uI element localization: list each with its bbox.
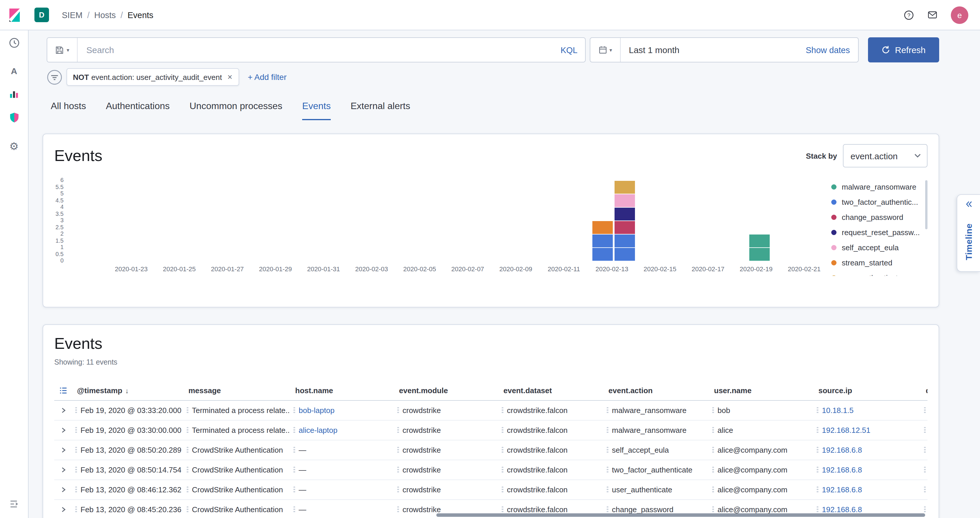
filter-pill[interactable]: NOT event.action: user_activity_audit_ev… bbox=[67, 68, 239, 86]
date-range-value[interactable]: Last 1 month bbox=[620, 45, 679, 55]
chart-bar[interactable] bbox=[749, 235, 770, 261]
add-filter-link[interactable]: + Add filter bbox=[248, 72, 286, 82]
columns-selector-button[interactable] bbox=[54, 386, 72, 395]
refresh-button[interactable]: Refresh bbox=[868, 37, 939, 62]
drag-handle-icon[interactable] bbox=[607, 466, 608, 474]
collapse-nav-button[interactable] bbox=[5, 495, 23, 513]
drag-handle-icon[interactable] bbox=[502, 486, 503, 493]
drag-handle-icon[interactable] bbox=[187, 466, 188, 474]
chart-bar[interactable] bbox=[614, 181, 635, 261]
drag-handle-icon[interactable] bbox=[293, 506, 295, 513]
drag-handle-icon[interactable] bbox=[712, 486, 714, 493]
legend-item[interactable]: stream_started bbox=[831, 255, 928, 270]
drag-handle-icon[interactable] bbox=[397, 407, 399, 414]
show-dates-link[interactable]: Show dates bbox=[806, 45, 858, 54]
tab-events[interactable]: Events bbox=[302, 101, 331, 120]
nav-siem-button[interactable] bbox=[5, 108, 23, 127]
drag-handle-icon[interactable] bbox=[187, 506, 188, 513]
drag-handle-icon[interactable] bbox=[75, 506, 77, 513]
drag-handle-icon[interactable] bbox=[712, 466, 714, 474]
drag-handle-icon[interactable] bbox=[924, 427, 926, 434]
nav-app-a-button[interactable]: A bbox=[5, 61, 23, 80]
drag-handle-icon[interactable] bbox=[293, 427, 295, 434]
cell-value[interactable]: 192.168.6.8 bbox=[822, 505, 862, 514]
drag-handle-icon[interactable] bbox=[712, 407, 714, 414]
column-header-message[interactable]: message bbox=[183, 386, 290, 395]
column-header-user-name[interactable]: user.name bbox=[709, 386, 813, 395]
expand-row-button[interactable] bbox=[54, 407, 72, 413]
table-scroll-container[interactable]: @timestamp↓messagehost.nameevent.modulee… bbox=[54, 380, 928, 518]
expand-row-button[interactable] bbox=[54, 486, 72, 493]
drag-handle-icon[interactable] bbox=[293, 466, 295, 474]
drag-handle-icon[interactable] bbox=[924, 446, 926, 454]
tab-uncommon-processes[interactable]: Uncommon processes bbox=[189, 101, 282, 120]
horizontal-scrollbar[interactable] bbox=[436, 513, 925, 517]
expand-row-button[interactable] bbox=[54, 506, 72, 513]
drag-handle-icon[interactable] bbox=[607, 407, 608, 414]
cell-value[interactable]: alice-laptop bbox=[299, 426, 337, 435]
legend-item[interactable]: change_password bbox=[831, 210, 928, 225]
legend-item[interactable]: user_authenticate bbox=[831, 270, 928, 276]
tab-external-alerts[interactable]: External alerts bbox=[351, 101, 410, 120]
drag-handle-icon[interactable] bbox=[397, 466, 399, 474]
drag-handle-icon[interactable] bbox=[817, 446, 818, 454]
cell-value[interactable]: 192.168.12.51 bbox=[822, 426, 870, 435]
drag-handle-icon[interactable] bbox=[293, 407, 295, 414]
timeline-flyout-toggle[interactable]: Timeline bbox=[957, 194, 980, 272]
drag-handle-icon[interactable] bbox=[502, 407, 503, 414]
drag-handle-icon[interactable] bbox=[75, 427, 77, 434]
drag-handle-icon[interactable] bbox=[817, 486, 818, 493]
chart-bar[interactable] bbox=[593, 221, 613, 261]
drag-handle-icon[interactable] bbox=[75, 486, 77, 493]
stack-by-select[interactable]: event.action bbox=[843, 144, 928, 167]
legend-item[interactable]: request_reset_passw... bbox=[831, 225, 928, 240]
drag-handle-icon[interactable] bbox=[502, 427, 503, 434]
drag-handle-icon[interactable] bbox=[817, 407, 818, 414]
date-quick-select-button[interactable]: ▾ bbox=[590, 38, 620, 62]
drag-handle-icon[interactable] bbox=[924, 407, 926, 414]
search-input[interactable] bbox=[85, 44, 561, 56]
column-header-event-module[interactable]: event.module bbox=[394, 386, 498, 395]
column-header-host-name[interactable]: host.name bbox=[290, 386, 394, 395]
drag-handle-icon[interactable] bbox=[924, 506, 926, 513]
filter-options-button[interactable] bbox=[47, 69, 62, 85]
deployment-badge[interactable]: D bbox=[34, 8, 49, 22]
drag-handle-icon[interactable] bbox=[817, 466, 818, 474]
drag-handle-icon[interactable] bbox=[607, 506, 608, 513]
drag-handle-icon[interactable] bbox=[187, 427, 188, 434]
drag-handle-icon[interactable] bbox=[187, 446, 188, 454]
drag-handle-icon[interactable] bbox=[502, 466, 503, 474]
drag-handle-icon[interactable] bbox=[502, 446, 503, 454]
drag-handle-icon[interactable] bbox=[397, 427, 399, 434]
drag-handle-icon[interactable] bbox=[607, 427, 608, 434]
drag-handle-icon[interactable] bbox=[397, 506, 399, 513]
drag-handle-icon[interactable] bbox=[397, 446, 399, 454]
legend-item[interactable]: two_factor_authentic... bbox=[831, 194, 928, 210]
drag-handle-icon[interactable] bbox=[187, 486, 188, 493]
drag-handle-icon[interactable] bbox=[607, 486, 608, 493]
cell-value[interactable]: bob-laptop bbox=[299, 406, 334, 415]
tab-authentications[interactable]: Authentications bbox=[106, 101, 170, 120]
remove-filter-icon[interactable]: ✕ bbox=[227, 73, 232, 81]
breadcrumb-item[interactable]: SIEM bbox=[62, 10, 83, 19]
breadcrumb-item[interactable]: Hosts bbox=[94, 10, 116, 19]
drag-handle-icon[interactable] bbox=[607, 446, 608, 454]
column-header-des[interactable]: des bbox=[921, 386, 928, 395]
nav-management-button[interactable]: ⚙ bbox=[5, 137, 23, 156]
legend-scrollbar[interactable] bbox=[925, 180, 928, 229]
tab-all-hosts[interactable]: All hosts bbox=[51, 101, 86, 120]
drag-handle-icon[interactable] bbox=[924, 486, 926, 493]
avatar[interactable]: e bbox=[951, 6, 968, 24]
kibana-logo[interactable] bbox=[0, 0, 29, 30]
drag-handle-icon[interactable] bbox=[712, 427, 714, 434]
cell-value[interactable]: 192.168.6.8 bbox=[822, 466, 862, 474]
drag-handle-icon[interactable] bbox=[397, 486, 399, 493]
legend-item[interactable]: malware_ransomware bbox=[831, 179, 928, 194]
column-header-event-action[interactable]: event.action bbox=[603, 386, 709, 395]
expand-row-button[interactable] bbox=[54, 427, 72, 434]
drag-handle-icon[interactable] bbox=[75, 407, 77, 414]
help-button[interactable]: ? bbox=[904, 10, 914, 20]
column-header-event-dataset[interactable]: event.dataset bbox=[498, 386, 603, 395]
column-header--timestamp[interactable]: @timestamp↓ bbox=[72, 386, 183, 395]
drag-handle-icon[interactable] bbox=[293, 486, 295, 493]
